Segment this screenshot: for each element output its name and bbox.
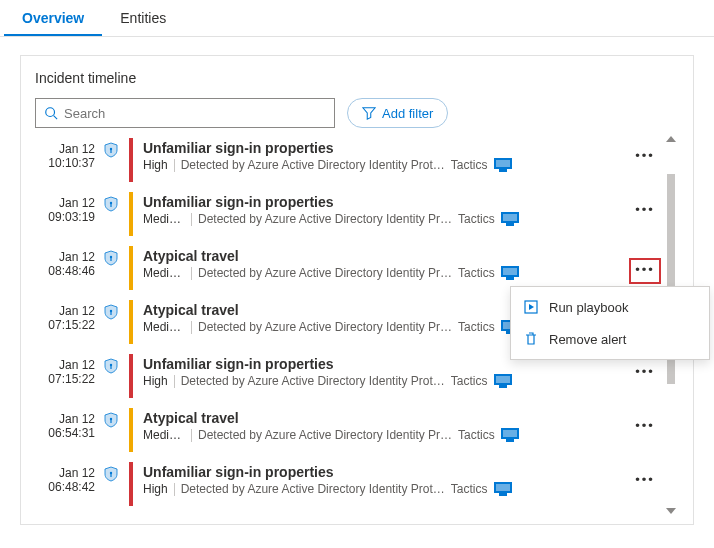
row-date: Jan 12 <box>35 250 95 264</box>
row-shield-badge <box>101 244 121 266</box>
tab-entities[interactable]: Entities <box>102 0 184 36</box>
svg-rect-31 <box>506 439 514 442</box>
svg-rect-11 <box>506 223 514 226</box>
svg-rect-6 <box>499 169 507 172</box>
shield-icon <box>103 358 119 374</box>
svg-rect-15 <box>503 268 517 275</box>
svg-rect-23 <box>110 366 111 369</box>
context-menu-run-playbook[interactable]: Run playbook <box>511 291 709 323</box>
svg-rect-18 <box>110 312 111 315</box>
row-date: Jan 12 <box>35 412 95 426</box>
more-actions-button[interactable]: ••• <box>631 366 659 378</box>
search-box[interactable] <box>35 98 335 128</box>
svg-point-2 <box>110 148 112 150</box>
alert-title: Atypical travel <box>143 410 627 426</box>
timeline-row: Jan 12 07:15:22 Unfamiliar sign-in prope… <box>35 352 663 406</box>
search-icon <box>44 106 58 120</box>
row-time: 08:48:46 <box>35 264 95 278</box>
more-actions-button[interactable]: ••• <box>631 150 659 162</box>
search-input[interactable] <box>64 106 326 121</box>
row-time: 06:48:42 <box>35 480 95 494</box>
svg-rect-13 <box>110 258 111 261</box>
svg-rect-5 <box>496 160 510 167</box>
alert-subline: High Detected by Azure Active Directory … <box>143 374 627 388</box>
alert-severity: Medium <box>143 428 185 442</box>
alert-detected-by: Detected by Azure Active Directory Ident… <box>198 428 452 442</box>
alert-tactics: Tactics <box>458 320 495 334</box>
alert-detected-by: Detected by Azure Active Directory Ident… <box>181 482 445 496</box>
scroll-down-icon[interactable] <box>666 508 676 514</box>
shield-icon <box>103 250 119 266</box>
row-more-cell: ••• <box>627 244 663 284</box>
alert-severity: High <box>143 482 168 496</box>
entity-computer-icon <box>494 482 512 496</box>
more-actions-button[interactable]: ••• <box>629 258 661 284</box>
more-actions-button[interactable]: ••• <box>631 474 659 486</box>
add-filter-button[interactable]: Add filter <box>347 98 448 128</box>
row-shield-badge <box>101 406 121 428</box>
separator <box>191 267 192 280</box>
row-main[interactable]: Unfamiliar sign-in properties High Detec… <box>143 136 627 172</box>
more-actions-button[interactable]: ••• <box>631 204 659 216</box>
row-time: 07:15:22 <box>35 318 95 332</box>
entity-computer-icon <box>501 428 519 442</box>
timeline-row: Jan 12 06:54:31 Atypical travel Medium D… <box>35 406 663 460</box>
svg-rect-28 <box>110 420 111 423</box>
row-timestamp: Jan 12 07:15:22 <box>35 298 95 332</box>
row-date: Jan 12 <box>35 196 95 210</box>
svg-rect-3 <box>110 150 111 153</box>
separator <box>174 375 175 388</box>
separator <box>191 321 192 334</box>
svg-rect-25 <box>496 376 510 383</box>
severity-stripe <box>129 192 133 236</box>
row-shield-badge <box>101 298 121 320</box>
severity-stripe <box>129 300 133 344</box>
alert-tactics: Tactics <box>458 212 495 226</box>
tab-overview[interactable]: Overview <box>4 0 102 36</box>
alert-tactics: Tactics <box>458 428 495 442</box>
row-timestamp: Jan 12 06:48:42 <box>35 460 95 494</box>
svg-point-17 <box>110 310 112 312</box>
row-shield-badge <box>101 352 121 374</box>
timeline-row: Jan 12 10:10:37 Unfamiliar sign-in prope… <box>35 136 663 190</box>
row-time: 10:10:37 <box>35 156 95 170</box>
alert-title: Unfamiliar sign-in properties <box>143 194 627 210</box>
timeline-row: Jan 12 06:48:42 Unfamiliar sign-in prope… <box>35 460 663 514</box>
alert-subline: Medium Detected by Azure Active Director… <box>143 428 627 442</box>
timeline-row: Jan 12 09:03:19 Unfamiliar sign-in prope… <box>35 190 663 244</box>
context-menu-remove-alert[interactable]: Remove alert <box>511 323 709 355</box>
row-main[interactable]: Unfamiliar sign-in properties Medium Det… <box>143 190 627 226</box>
row-more-cell: ••• <box>627 460 663 486</box>
alert-severity: High <box>143 158 168 172</box>
severity-stripe <box>129 408 133 452</box>
alert-tactics: Tactics <box>451 158 488 172</box>
row-time: 09:03:19 <box>35 210 95 224</box>
row-main[interactable]: Unfamiliar sign-in properties High Detec… <box>143 460 627 496</box>
separator <box>191 213 192 226</box>
svg-rect-16 <box>506 277 514 280</box>
playbook-icon <box>523 299 539 315</box>
svg-line-1 <box>54 116 58 120</box>
svg-point-27 <box>110 418 112 420</box>
tab-bar: Overview Entities <box>0 0 714 37</box>
context-menu-label: Run playbook <box>549 300 629 315</box>
svg-point-32 <box>110 472 112 474</box>
alert-subline: Medium Detected by Azure Active Director… <box>143 212 627 226</box>
separator <box>174 483 175 496</box>
more-actions-button[interactable]: ••• <box>631 420 659 432</box>
row-timestamp: Jan 12 06:54:31 <box>35 406 95 440</box>
row-main[interactable]: Atypical travel Medium Detected by Azure… <box>143 406 627 442</box>
shield-icon <box>103 196 119 212</box>
row-more-cell: ••• <box>627 190 663 216</box>
row-date: Jan 12 <box>35 304 95 318</box>
scroll-up-icon[interactable] <box>666 136 676 142</box>
severity-stripe <box>129 354 133 398</box>
shield-icon <box>103 412 119 428</box>
svg-rect-30 <box>503 430 517 437</box>
severity-stripe <box>129 138 133 182</box>
row-main[interactable]: Atypical travel Medium Detected by Azure… <box>143 244 627 280</box>
alert-title: Atypical travel <box>143 248 627 264</box>
row-date: Jan 12 <box>35 466 95 480</box>
entity-computer-icon <box>494 158 512 172</box>
row-timestamp: Jan 12 07:15:22 <box>35 352 95 386</box>
